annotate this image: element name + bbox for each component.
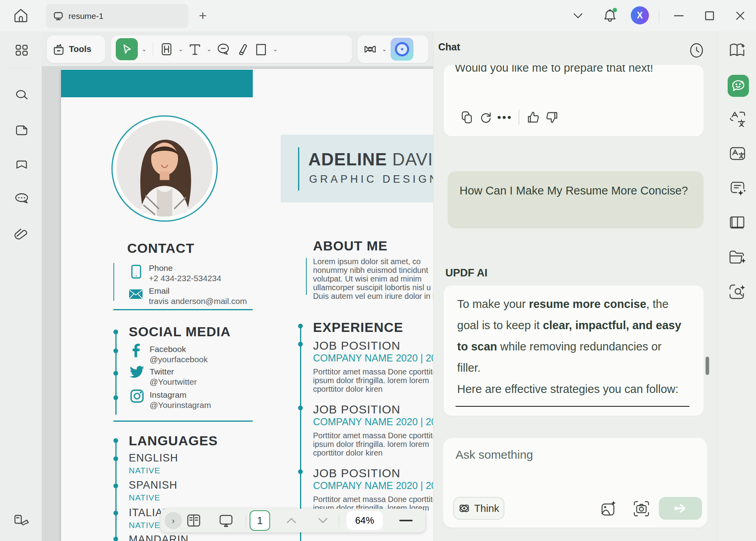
languages-heading: LANGUAGES xyxy=(129,433,218,448)
presentation-button[interactable] xyxy=(218,513,234,528)
page-layout-button[interactable] xyxy=(186,513,202,528)
avatar[interactable]: X xyxy=(631,6,649,24)
zoom-level-button[interactable]: 64% xyxy=(346,511,383,530)
phone-value: +2 434-232-534234 xyxy=(149,274,221,283)
chat-scrollbar-thumb[interactable] xyxy=(706,357,709,375)
ai-chat-panel: Chat Would you like me to prepare that n… xyxy=(433,31,717,541)
maximize-button[interactable] xyxy=(701,7,718,24)
comment-dots-icon xyxy=(14,191,30,206)
search-panel-button[interactable] xyxy=(13,87,30,104)
reader-mode-button[interactable] xyxy=(13,511,30,528)
ai-detect-button[interactable] xyxy=(728,283,747,301)
job-title: JOB POSITION xyxy=(313,467,400,480)
think-mode-button[interactable]: Think xyxy=(453,497,504,520)
close-button[interactable] xyxy=(732,7,749,24)
job-desc: ipsum dolor tfringilla. lorem lorem xyxy=(313,440,429,449)
language-name: SPANISH xyxy=(129,479,178,491)
copy-button[interactable] xyxy=(460,110,474,125)
user-message-bubble: How Can I Make My Resume More Concise? xyxy=(448,171,704,228)
think-label: Think xyxy=(474,502,499,515)
heading-tool-dropdown[interactable]: ⌄ xyxy=(178,46,184,53)
minimize-button[interactable] xyxy=(670,7,687,24)
text-tool-dropdown[interactable]: ⌄ xyxy=(206,46,212,53)
resume-header-bar xyxy=(61,70,253,97)
regenerate-button[interactable] xyxy=(478,110,493,125)
thumbs-down-button[interactable] xyxy=(545,110,560,125)
chat-input-card[interactable]: Ask something Think xyxy=(443,438,707,528)
comment-tool-button[interactable] xyxy=(215,41,231,57)
job-company: COMPANY NAME 2020 | 2021 xyxy=(313,480,433,491)
ai-translate-button[interactable] xyxy=(728,110,747,128)
history-clock-icon xyxy=(689,43,704,58)
tab-title: resume-1 xyxy=(69,11,104,21)
next-page-button[interactable] xyxy=(315,513,331,528)
notifications-button[interactable] xyxy=(602,8,618,24)
timeline-dot xyxy=(298,469,303,474)
pen-tool-button[interactable] xyxy=(234,41,250,57)
zoom-out-button[interactable] xyxy=(399,520,413,521)
tools-button[interactable]: Tools xyxy=(47,35,105,63)
search-icon xyxy=(14,88,29,103)
text-tool-button[interactable] xyxy=(187,41,203,57)
ai-read-button[interactable] xyxy=(728,41,747,59)
timeline-dot xyxy=(113,456,118,461)
comments-panel-button[interactable] xyxy=(13,190,30,207)
job-desc: Porttitor amet massa Done cporttitc xyxy=(313,367,433,376)
portrait-illustration xyxy=(117,120,213,217)
bookmarks-panel-button[interactable] xyxy=(13,156,30,173)
titlebar-divider xyxy=(659,9,659,23)
tools-label: Tools xyxy=(69,44,91,54)
stamp-icon xyxy=(363,42,378,57)
job-title: JOB POSITION xyxy=(313,339,400,352)
chat-input-placeholder: Ask something xyxy=(456,448,533,461)
window-dropdown-button[interactable] xyxy=(571,11,585,20)
page-number-input[interactable]: 1 xyxy=(250,510,270,531)
side-by-side-reader-button[interactable] xyxy=(728,213,747,232)
new-tab-button[interactable]: + xyxy=(199,9,207,22)
home-button[interactable] xyxy=(12,6,30,24)
send-button[interactable] xyxy=(659,497,702,520)
avatar-initial: X xyxy=(637,10,643,21)
ai-assistant-button[interactable]: ✦ xyxy=(391,38,413,61)
phone-icon xyxy=(130,265,142,280)
timeline-dot xyxy=(113,537,118,541)
timeline-dot xyxy=(113,511,118,515)
stamp-tool-button[interactable] xyxy=(362,41,378,57)
attachments-panel-button[interactable] xyxy=(13,225,30,243)
more-options-button[interactable]: ••• xyxy=(497,110,512,125)
page-navigation-toolbar: › 1 64% xyxy=(161,509,425,532)
pdf-canvas[interactable]: ADELINE DAVI GRAPHIC DESIGNER CONTACT Ph… xyxy=(42,66,433,541)
timeline-dot xyxy=(298,342,303,346)
timeline-dot xyxy=(113,330,118,334)
instagram-icon xyxy=(130,389,144,404)
ai-summarize-button[interactable] xyxy=(728,180,747,198)
screenshot-button[interactable] xyxy=(633,500,650,517)
toolbox-icon xyxy=(52,42,66,56)
expand-toolbar-button[interactable]: › xyxy=(165,512,182,529)
previous-page-button[interactable] xyxy=(284,513,299,528)
zoom-level-value: 64% xyxy=(355,515,374,526)
contact-accent-line xyxy=(113,263,114,301)
rail-divider xyxy=(9,68,32,68)
select-tool-button[interactable] xyxy=(116,38,138,60)
thumbnails-panel-button[interactable] xyxy=(13,41,30,59)
ai-file-organize-button[interactable] xyxy=(728,248,747,266)
language-name: MANDARIN xyxy=(129,534,189,541)
ai-tools-sidebar xyxy=(717,31,756,541)
thumbs-up-button[interactable] xyxy=(526,110,541,125)
ai-image-translate-button[interactable] xyxy=(728,145,747,163)
book-sparkle-icon xyxy=(729,42,746,58)
ai-chat-button[interactable] xyxy=(728,75,749,97)
document-tab[interactable]: resume-1 xyxy=(46,4,188,28)
shape-tool-dropdown[interactable]: ⌄ xyxy=(272,46,278,53)
insert-image-button[interactable] xyxy=(600,500,617,517)
pages-panel-button[interactable] xyxy=(13,121,30,139)
stamp-tool-dropdown[interactable]: ⌄ xyxy=(381,46,387,53)
chat-history-button[interactable] xyxy=(689,43,704,58)
select-tool-dropdown[interactable]: ⌄ xyxy=(141,46,147,53)
job-title: JOB POSITION xyxy=(313,403,400,416)
chat-smiley-sparkle-icon xyxy=(731,79,746,93)
heading-tool-button[interactable] xyxy=(159,41,174,57)
shape-tool-button[interactable] xyxy=(253,41,269,57)
language-name: ENGLISH xyxy=(129,452,178,464)
